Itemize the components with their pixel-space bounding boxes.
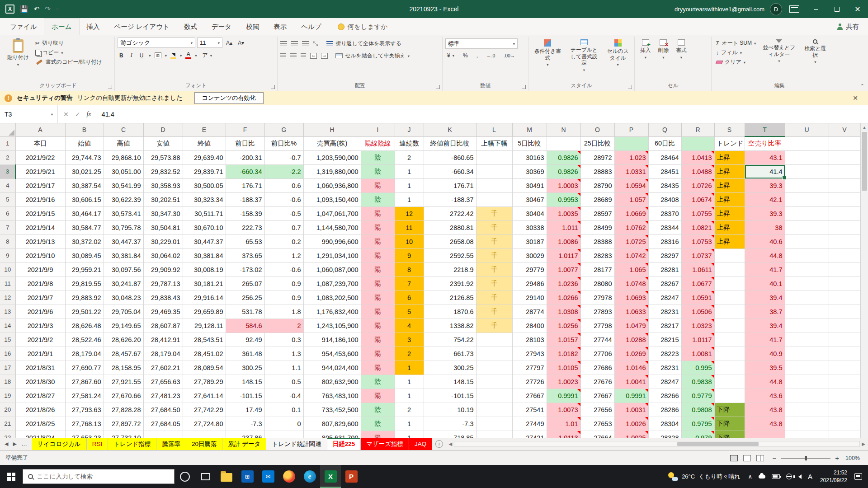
cell-E18[interactable]: 27,789.29 bbox=[183, 375, 226, 389]
cell-A15[interactable]: 2021/9/2 bbox=[15, 333, 65, 347]
cell-K17[interactable]: 300.25 bbox=[424, 361, 476, 375]
cell-D7[interactable]: 30,504.81 bbox=[143, 221, 183, 235]
cell-U9[interactable] bbox=[785, 249, 829, 263]
cell-T4[interactable]: 39.3 bbox=[745, 178, 785, 192]
cell-C1[interactable]: 高値 bbox=[104, 136, 143, 150]
insert-cells-button[interactable]: 挿入▾ bbox=[637, 38, 654, 61]
cell-B16[interactable]: 28,179.04 bbox=[65, 347, 104, 361]
cell-J1[interactable]: 連続数 bbox=[395, 136, 424, 150]
cell-L2[interactable] bbox=[476, 150, 512, 164]
cell-B1[interactable]: 始値 bbox=[65, 136, 104, 150]
cell-Q8[interactable]: 28316 bbox=[648, 235, 681, 249]
cell-G14[interactable]: 2 bbox=[264, 319, 303, 333]
cell-S16[interactable] bbox=[714, 347, 745, 361]
row-header-17[interactable]: 17 bbox=[0, 361, 15, 375]
cell-D18[interactable]: 27,656.63 bbox=[143, 375, 183, 389]
cell-R11[interactable]: 1.0677 bbox=[681, 277, 714, 291]
cell-J12[interactable]: 6 bbox=[395, 291, 424, 305]
cell-M16[interactable]: 27943 bbox=[512, 347, 547, 361]
cell-R7[interactable]: 1.0821 bbox=[681, 221, 714, 235]
cell-S5[interactable]: 上昇 bbox=[714, 192, 745, 206]
sheet-tab-JAQ[interactable]: JAQ bbox=[409, 438, 432, 450]
cell-A20[interactable]: 2021/8/26 bbox=[15, 403, 65, 417]
cell-D1[interactable]: 安値 bbox=[143, 136, 183, 150]
customize-qat-icon[interactable]: ▾ bbox=[56, 7, 58, 11]
cell-V13[interactable] bbox=[829, 305, 860, 319]
cell-G2[interactable]: -0.7 bbox=[264, 150, 303, 164]
find-select-button[interactable]: 検索と選択▾ bbox=[800, 38, 830, 66]
cell-B12[interactable]: 29,883.92 bbox=[65, 291, 104, 305]
cell-H10[interactable]: 1,060,087,000 bbox=[303, 263, 361, 277]
row-header-3[interactable]: 3 bbox=[0, 164, 15, 178]
cell-A8[interactable]: 2021/9/13 bbox=[15, 235, 65, 249]
cell-C20[interactable]: 27,828.28 bbox=[104, 403, 143, 417]
align-middle-icon[interactable] bbox=[291, 41, 298, 46]
cell-I8[interactable]: 陽 bbox=[361, 235, 395, 249]
cell-C15[interactable]: 28,626.20 bbox=[104, 333, 143, 347]
cell-M20[interactable]: 27541 bbox=[512, 403, 547, 417]
cell-G13[interactable]: 1.8 bbox=[264, 305, 303, 319]
save-icon[interactable]: 💾 bbox=[20, 5, 28, 13]
cell-H6[interactable]: 1,047,061,700 bbox=[303, 206, 361, 221]
vertical-scroll-thumb[interactable] bbox=[862, 132, 867, 191]
cell-F5[interactable]: -188.37 bbox=[226, 192, 264, 206]
cell-K9[interactable]: 2592.55 bbox=[424, 249, 476, 263]
align-center-icon[interactable] bbox=[290, 53, 297, 58]
cell-A22[interactable]: 2021/8/24 bbox=[15, 431, 65, 438]
cell-N7[interactable]: 1.011 bbox=[547, 221, 580, 235]
cell-M14[interactable]: 28400 bbox=[512, 319, 547, 333]
cell-S13[interactable] bbox=[714, 305, 745, 319]
cell-B15[interactable]: 28,522.46 bbox=[65, 333, 104, 347]
row-header-9[interactable]: 9 bbox=[0, 249, 15, 263]
cell-Q21[interactable]: 28304 bbox=[648, 417, 681, 431]
cell-O20[interactable]: 27656 bbox=[580, 403, 614, 417]
font-color-button[interactable]: A bbox=[185, 52, 191, 59]
cell-A21[interactable]: 2021/8/25 bbox=[15, 417, 65, 431]
cell-R21[interactable]: 0.9795 bbox=[681, 417, 714, 431]
avatar[interactable]: D bbox=[770, 3, 782, 15]
cell-H11[interactable]: 1,087,239,700 bbox=[303, 277, 361, 291]
select-all-corner[interactable] bbox=[0, 123, 15, 136]
row-header-11[interactable]: 11 bbox=[0, 277, 15, 291]
cell-S2[interactable]: 上昇 bbox=[714, 150, 745, 164]
cell-M6[interactable]: 30404 bbox=[512, 206, 547, 221]
cell-D21[interactable]: 27,684.05 bbox=[143, 417, 183, 431]
cell-S17[interactable] bbox=[714, 361, 745, 375]
cell-A9[interactable]: 2021/9/10 bbox=[15, 249, 65, 263]
cell-B14[interactable]: 28,626.48 bbox=[65, 319, 104, 333]
cell-P5[interactable]: 1.057 bbox=[614, 192, 648, 206]
cell-D13[interactable]: 29,469.35 bbox=[143, 305, 183, 319]
clear-button[interactable]: クリア▾ bbox=[714, 57, 758, 67]
row-header-1[interactable]: 1 bbox=[0, 136, 15, 150]
cell-U4[interactable] bbox=[785, 178, 829, 192]
cell-R9[interactable]: 1.0737 bbox=[681, 249, 714, 263]
cell-L21[interactable] bbox=[476, 417, 512, 431]
cell-O1[interactable]: 25日比較 bbox=[580, 136, 614, 150]
cell-B17[interactable]: 27,690.77 bbox=[65, 361, 104, 375]
cell-T8[interactable]: 40.6 bbox=[745, 235, 785, 249]
undo-icon[interactable]: ↶ bbox=[34, 5, 40, 13]
cell-H21[interactable]: 807,829,600 bbox=[303, 417, 361, 431]
cell-T3[interactable]: 41.4 bbox=[745, 164, 785, 178]
cell-G5[interactable]: -0.6 bbox=[264, 192, 303, 206]
cell-T7[interactable]: 38 bbox=[745, 221, 785, 235]
cell-R1[interactable] bbox=[681, 136, 714, 150]
cell-M3[interactable]: 30369 bbox=[512, 164, 547, 178]
dialog-launcher-icon[interactable] bbox=[436, 85, 440, 89]
account-email[interactable]: dryyourtearswithlove1@gmail.com bbox=[675, 6, 764, 13]
cell-D9[interactable]: 30,064.02 bbox=[143, 249, 183, 263]
cell-C17[interactable]: 28,158.95 bbox=[104, 361, 143, 375]
cell-I20[interactable]: 陰 bbox=[361, 403, 395, 417]
cell-T13[interactable]: 38.7 bbox=[745, 305, 785, 319]
cell-T22[interactable] bbox=[745, 431, 785, 438]
cell-M12[interactable]: 29140 bbox=[512, 291, 547, 305]
ribbon-tab-データ[interactable]: データ bbox=[204, 18, 239, 35]
cell-E15[interactable]: 28,543.51 bbox=[183, 333, 226, 347]
cell-E13[interactable]: 29,659.89 bbox=[183, 305, 226, 319]
cell-I2[interactable]: 陰 bbox=[361, 150, 395, 164]
row-header-21[interactable]: 21 bbox=[0, 417, 15, 431]
cell-R19[interactable]: 0.9779 bbox=[681, 389, 714, 403]
cell-F13[interactable]: 531.78 bbox=[226, 305, 264, 319]
cell-H8[interactable]: 990,996,600 bbox=[303, 235, 361, 249]
cell-K22[interactable]: 718.85 bbox=[424, 431, 476, 438]
